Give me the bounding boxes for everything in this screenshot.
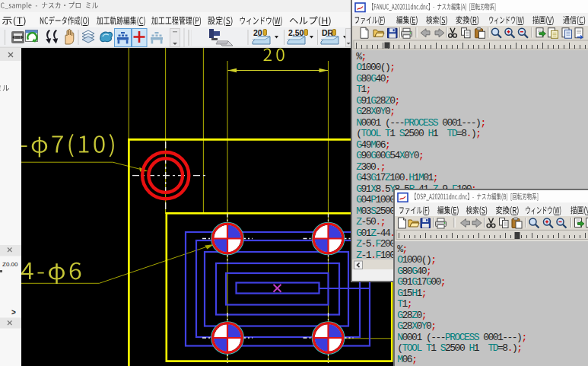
svg-text:2.50: 2.50 (288, 28, 304, 37)
svg-text:20: 20 (253, 28, 262, 37)
svg-text:Z0.00: Z0.00 (2, 261, 18, 268)
svg-text:>: > (11, 308, 16, 317)
svg-text:DR: DR (322, 28, 334, 37)
